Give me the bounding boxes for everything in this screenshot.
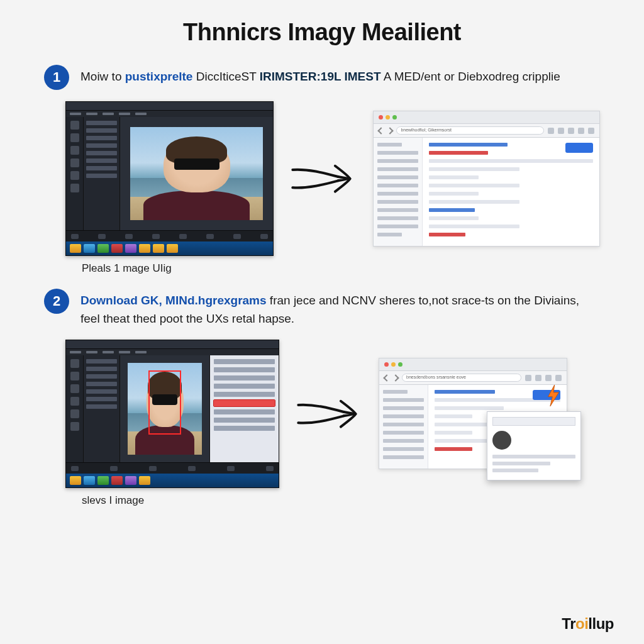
- step1-left-caption: Pleals 1 mage UIig: [44, 262, 600, 275]
- step-2: 2 Download GK, MINd.hgrexgrams fran jece…: [44, 289, 600, 507]
- layer-panel: [209, 355, 279, 462]
- step-1-text: Moiw to pustixprelte DiccIticeST IRIMSTE…: [80, 65, 560, 86]
- step2-editor-screenshot: [65, 340, 279, 488]
- primary-action-button[interactable]: [565, 143, 593, 153]
- step1-editor-screenshot: [65, 101, 274, 256]
- step2-left-caption: slevs I image: [44, 494, 600, 507]
- popup-dialog: [487, 411, 581, 480]
- beach-photo: [130, 127, 263, 220]
- step1-url-bar: bnewlhodfiol; Gikermsorst: [396, 126, 544, 135]
- selection-rectangle: [148, 370, 181, 435]
- arrow-icon: [294, 384, 364, 443]
- step-1-number: 1: [44, 65, 69, 90]
- lightning-icon: [547, 385, 560, 406]
- step2-url-bar: bnesdendbons srsansnie eove: [402, 374, 521, 382]
- arrow-icon: [289, 149, 358, 208]
- avatar-icon: [492, 431, 511, 450]
- step-2-text: Download GK, MINd.hgrexgrams fran jece a…: [80, 289, 600, 328]
- page-title: Thnnicrs Imagy Meailient: [44, 19, 600, 46]
- step-2-number: 2: [44, 289, 69, 314]
- brand-logo: Troillup: [562, 615, 614, 633]
- step-1: 1 Moiw to pustixprelte DiccIticeST IRIMS…: [44, 65, 600, 275]
- beach-photo-selected: [128, 363, 202, 455]
- step1-browser-screenshot: bnewlhodfiol; Gikermsorst: [373, 111, 600, 247]
